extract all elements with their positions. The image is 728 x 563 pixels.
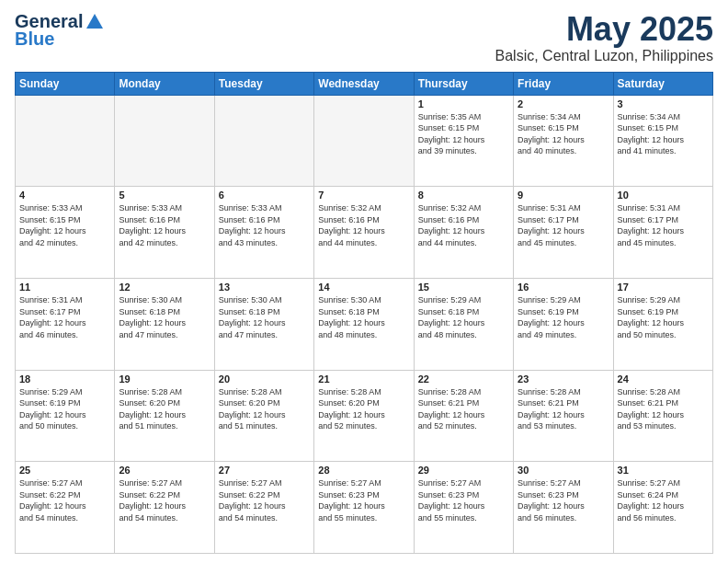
day-info: Sunrise: 5:35 AM Sunset: 6:15 PM Dayligh… <box>418 111 509 157</box>
weekday-header-friday: Friday <box>514 72 613 95</box>
day-number: 24 <box>618 373 709 385</box>
calendar-cell: 18Sunrise: 5:29 AM Sunset: 6:19 PM Dayli… <box>16 370 115 462</box>
title-block: May 2025 Balsic, Central Luzon, Philippi… <box>495 11 713 64</box>
day-info: Sunrise: 5:28 AM Sunset: 6:20 PM Dayligh… <box>219 386 310 432</box>
day-info: Sunrise: 5:31 AM Sunset: 6:17 PM Dayligh… <box>518 202 609 248</box>
calendar-cell: 17Sunrise: 5:29 AM Sunset: 6:19 PM Dayli… <box>613 278 712 370</box>
calendar-cell: 21Sunrise: 5:28 AM Sunset: 6:20 PM Dayli… <box>314 370 414 462</box>
day-info: Sunrise: 5:33 AM Sunset: 6:16 PM Dayligh… <box>119 202 210 248</box>
day-number: 6 <box>219 190 310 201</box>
day-number: 3 <box>618 98 709 109</box>
day-number: 1 <box>418 98 509 109</box>
calendar-cell: 2Sunrise: 5:34 AM Sunset: 6:15 PM Daylig… <box>514 95 613 187</box>
calendar-cell: 4Sunrise: 5:33 AM Sunset: 6:15 PM Daylig… <box>16 187 115 279</box>
calendar-cell: 15Sunrise: 5:29 AM Sunset: 6:18 PM Dayli… <box>414 278 513 370</box>
day-number: 25 <box>19 465 110 476</box>
day-number: 21 <box>318 373 409 385</box>
day-number: 13 <box>219 282 310 293</box>
calendar-cell: 12Sunrise: 5:30 AM Sunset: 6:18 PM Dayli… <box>115 278 214 370</box>
day-info: Sunrise: 5:34 AM Sunset: 6:15 PM Dayligh… <box>518 111 609 157</box>
calendar-cell: 10Sunrise: 5:31 AM Sunset: 6:17 PM Dayli… <box>613 187 712 279</box>
calendar-cell: 27Sunrise: 5:27 AM Sunset: 6:22 PM Dayli… <box>214 462 313 554</box>
logo-blue: Blue <box>15 29 54 50</box>
main-title: May 2025 <box>495 11 713 48</box>
calendar-cell <box>16 95 115 187</box>
day-info: Sunrise: 5:30 AM Sunset: 6:18 PM Dayligh… <box>318 294 409 340</box>
day-info: Sunrise: 5:29 AM Sunset: 6:19 PM Dayligh… <box>19 386 110 432</box>
calendar-cell: 7Sunrise: 5:32 AM Sunset: 6:16 PM Daylig… <box>314 187 414 279</box>
day-number: 12 <box>119 282 210 293</box>
weekday-header-saturday: Saturday <box>613 72 712 95</box>
calendar-cell: 8Sunrise: 5:32 AM Sunset: 6:16 PM Daylig… <box>414 187 513 279</box>
day-info: Sunrise: 5:32 AM Sunset: 6:16 PM Dayligh… <box>418 202 509 248</box>
day-info: Sunrise: 5:27 AM Sunset: 6:22 PM Dayligh… <box>119 477 210 523</box>
subtitle: Balsic, Central Luzon, Philippines <box>495 48 713 64</box>
logo: General Blue <box>15 11 105 50</box>
weekday-header-monday: Monday <box>115 72 214 95</box>
calendar-cell: 22Sunrise: 5:28 AM Sunset: 6:21 PM Dayli… <box>414 370 513 462</box>
svg-marker-0 <box>86 14 103 29</box>
day-number: 8 <box>418 190 509 201</box>
day-number: 2 <box>518 98 609 109</box>
calendar-cell: 14Sunrise: 5:30 AM Sunset: 6:18 PM Dayli… <box>314 278 414 370</box>
day-number: 23 <box>518 373 609 385</box>
weekday-header-thursday: Thursday <box>414 72 513 95</box>
calendar-cell: 31Sunrise: 5:27 AM Sunset: 6:24 PM Dayli… <box>613 462 712 554</box>
day-number: 22 <box>418 373 509 385</box>
day-info: Sunrise: 5:30 AM Sunset: 6:18 PM Dayligh… <box>119 294 210 340</box>
logo-icon <box>85 12 105 32</box>
weekday-header-sunday: Sunday <box>16 72 115 95</box>
calendar-cell: 23Sunrise: 5:28 AM Sunset: 6:21 PM Dayli… <box>514 370 613 462</box>
day-number: 9 <box>518 190 609 201</box>
day-info: Sunrise: 5:29 AM Sunset: 6:18 PM Dayligh… <box>418 294 509 340</box>
day-number: 17 <box>618 282 709 293</box>
day-number: 31 <box>618 465 709 476</box>
day-number: 30 <box>518 465 609 476</box>
day-number: 19 <box>119 373 210 385</box>
day-info: Sunrise: 5:27 AM Sunset: 6:23 PM Dayligh… <box>318 477 409 523</box>
calendar-cell: 5Sunrise: 5:33 AM Sunset: 6:16 PM Daylig… <box>115 187 214 279</box>
day-info: Sunrise: 5:27 AM Sunset: 6:23 PM Dayligh… <box>418 477 509 523</box>
calendar-cell <box>314 95 414 187</box>
day-number: 27 <box>219 465 310 476</box>
day-info: Sunrise: 5:32 AM Sunset: 6:16 PM Dayligh… <box>318 202 409 248</box>
day-info: Sunrise: 5:33 AM Sunset: 6:16 PM Dayligh… <box>219 202 310 248</box>
day-info: Sunrise: 5:27 AM Sunset: 6:22 PM Dayligh… <box>19 477 110 523</box>
calendar-cell: 9Sunrise: 5:31 AM Sunset: 6:17 PM Daylig… <box>514 187 613 279</box>
day-info: Sunrise: 5:28 AM Sunset: 6:20 PM Dayligh… <box>119 386 210 432</box>
day-number: 11 <box>19 282 110 293</box>
day-info: Sunrise: 5:29 AM Sunset: 6:19 PM Dayligh… <box>518 294 609 340</box>
calendar-table: SundayMondayTuesdayWednesdayThursdayFrid… <box>15 72 713 554</box>
day-number: 18 <box>19 373 110 385</box>
day-info: Sunrise: 5:28 AM Sunset: 6:21 PM Dayligh… <box>618 386 709 432</box>
day-number: 10 <box>618 190 709 201</box>
calendar-cell <box>214 95 313 187</box>
day-info: Sunrise: 5:33 AM Sunset: 6:15 PM Dayligh… <box>19 202 110 248</box>
calendar-cell: 16Sunrise: 5:29 AM Sunset: 6:19 PM Dayli… <box>514 278 613 370</box>
day-number: 29 <box>418 465 509 476</box>
calendar-cell: 11Sunrise: 5:31 AM Sunset: 6:17 PM Dayli… <box>16 278 115 370</box>
calendar-cell: 13Sunrise: 5:30 AM Sunset: 6:18 PM Dayli… <box>214 278 313 370</box>
day-info: Sunrise: 5:30 AM Sunset: 6:18 PM Dayligh… <box>219 294 310 340</box>
day-number: 20 <box>219 373 310 385</box>
day-info: Sunrise: 5:34 AM Sunset: 6:15 PM Dayligh… <box>618 111 709 157</box>
day-number: 4 <box>19 190 110 201</box>
weekday-header-wednesday: Wednesday <box>314 72 414 95</box>
page: General Blue May 2025 Balsic, Central Lu… <box>0 0 728 563</box>
day-info: Sunrise: 5:27 AM Sunset: 6:23 PM Dayligh… <box>518 477 609 523</box>
calendar-cell: 25Sunrise: 5:27 AM Sunset: 6:22 PM Dayli… <box>16 462 115 554</box>
day-info: Sunrise: 5:27 AM Sunset: 6:22 PM Dayligh… <box>219 477 310 523</box>
day-number: 5 <box>119 190 210 201</box>
calendar-cell: 30Sunrise: 5:27 AM Sunset: 6:23 PM Dayli… <box>514 462 613 554</box>
day-info: Sunrise: 5:29 AM Sunset: 6:19 PM Dayligh… <box>618 294 709 340</box>
calendar-cell: 20Sunrise: 5:28 AM Sunset: 6:20 PM Dayli… <box>214 370 313 462</box>
day-number: 26 <box>119 465 210 476</box>
day-info: Sunrise: 5:27 AM Sunset: 6:24 PM Dayligh… <box>618 477 709 523</box>
day-number: 16 <box>518 282 609 293</box>
calendar-cell: 1Sunrise: 5:35 AM Sunset: 6:15 PM Daylig… <box>414 95 513 187</box>
calendar-cell: 6Sunrise: 5:33 AM Sunset: 6:16 PM Daylig… <box>214 187 313 279</box>
calendar-cell: 29Sunrise: 5:27 AM Sunset: 6:23 PM Dayli… <box>414 462 513 554</box>
calendar-cell: 24Sunrise: 5:28 AM Sunset: 6:21 PM Dayli… <box>613 370 712 462</box>
header: General Blue May 2025 Balsic, Central Lu… <box>15 11 713 64</box>
calendar-cell: 3Sunrise: 5:34 AM Sunset: 6:15 PM Daylig… <box>613 95 712 187</box>
